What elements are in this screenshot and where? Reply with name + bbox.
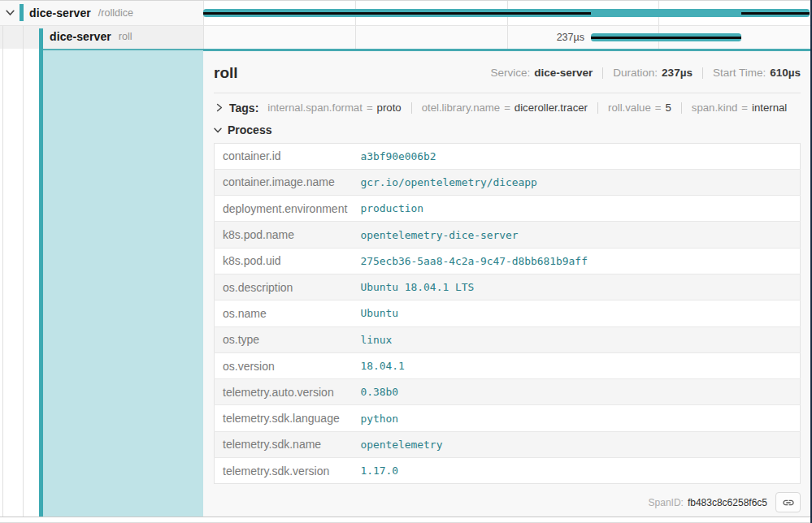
- vertical-divider: [602, 67, 603, 79]
- process-key: os.description: [215, 274, 353, 300]
- span-timeline-cell: 237µs: [203, 25, 810, 49]
- operation-name: roll: [119, 31, 132, 42]
- tag-key: span.kind: [692, 102, 737, 114]
- overview-value: dice-server: [534, 67, 593, 79]
- span-operation-title: roll: [214, 64, 490, 82]
- span-id-value: fb483c8c6258f6c5: [688, 497, 767, 508]
- detail-row-bottom-border: [0, 517, 812, 517]
- critical-path-segment: [591, 37, 741, 39]
- overview-label: Service:: [490, 67, 530, 79]
- chevron-down-icon: [214, 126, 222, 135]
- span-detail-panel: roll Service:dice-serverDuration:237µsSt…: [203, 49, 810, 517]
- chevron-right-icon: [215, 103, 224, 112]
- span-overview: Service:dice-serverDuration:237µsStart T…: [490, 67, 801, 79]
- span-row-roll: dice-server roll 237µs: [0, 25, 812, 49]
- row-separator: [0, 25, 812, 26]
- span-row-rolldice: dice-server /rolldice: [0, 1, 812, 25]
- service-color-bar: [39, 28, 43, 49]
- overview-label: Duration:: [613, 67, 658, 79]
- process-key: telemetry.sdk.language: [215, 405, 353, 431]
- process-value: 0.38b0: [353, 379, 801, 405]
- critical-path-segment: [203, 12, 591, 15]
- process-value: gcr.io/opentelemetry/diceapp: [353, 169, 801, 195]
- link-icon: [782, 496, 795, 509]
- tag-value: internal: [752, 102, 787, 114]
- process-table-row: os.version18.04.1: [215, 352, 801, 378]
- process-table-row: telemetry.sdk.version1.17.0: [215, 458, 801, 484]
- tags-summary: internal.span.format=protootel.library.n…: [267, 102, 787, 114]
- span-detail-header: roll Service:dice-serverDuration:237µsSt…: [214, 63, 801, 84]
- critical-path-segment: [741, 12, 810, 15]
- tag-key: internal.span.format: [267, 102, 363, 114]
- process-table-row: container.image.namegcr.io/opentelemetry…: [215, 169, 801, 195]
- process-key: telemetry.auto.version: [215, 379, 353, 405]
- overview-value: 237µs: [662, 67, 693, 79]
- span-name-column-rolldice[interactable]: dice-server /rolldice: [0, 1, 203, 25]
- process-key: telemetry.sdk.name: [215, 431, 353, 457]
- process-table-row: telemetry.sdk.nameopentelemetry: [215, 431, 801, 457]
- tags-label: Tags:: [229, 102, 258, 115]
- span-timeline-cell: [203, 1, 810, 25]
- process-key: container.image.name: [215, 169, 353, 195]
- process-key: k8s.pod.name: [215, 222, 353, 248]
- indent-guide: [23, 25, 24, 517]
- tag-key: roll.value: [608, 102, 651, 114]
- tags-accordion-header[interactable]: Tags: internal.span.format=protootel.lib…: [214, 100, 801, 116]
- process-table-row: deployment.environmentproduction: [215, 196, 801, 222]
- indent-guide: [2, 25, 3, 517]
- tag-equals: =: [655, 102, 662, 114]
- process-value: Ubuntu: [353, 300, 801, 326]
- span-id-label: SpanID:: [649, 497, 684, 508]
- tag-equals: =: [504, 102, 510, 114]
- header-divider: [214, 93, 801, 93]
- span-detail-accent-block[interactable]: [43, 49, 203, 517]
- process-table-row: telemetry.auto.version0.38b0: [215, 379, 801, 405]
- span-detail-accent-bar[interactable]: [39, 49, 43, 517]
- process-value: Ubuntu 18.04.1 LTS: [353, 274, 801, 300]
- process-value: python: [353, 405, 801, 431]
- process-key: telemetry.sdk.version: [215, 458, 353, 484]
- process-key: os.type: [215, 326, 353, 352]
- process-table-row: container.ida3bf90e006b2: [215, 143, 801, 169]
- process-value: a3bf90e006b2: [353, 143, 801, 169]
- vertical-divider: [702, 67, 703, 79]
- process-table-row: k8s.pod.nameopentelemetry-dice-server: [215, 222, 801, 248]
- process-key: os.version: [215, 352, 353, 378]
- service-name: dice-server: [50, 30, 111, 43]
- operation-name: /rolldice: [98, 7, 133, 19]
- service-name: dice-server: [29, 6, 91, 19]
- process-table-row: k8s.pod.uid275ecb36-5aa8-4c2a-9c47-d8bb6…: [215, 248, 801, 274]
- vertical-divider: [681, 102, 682, 114]
- vertical-divider: [411, 102, 412, 114]
- process-value: opentelemetry: [353, 431, 801, 457]
- service-color-bar: [20, 4, 24, 21]
- process-value: 1.17.0: [353, 458, 801, 484]
- deep-link-button[interactable]: [775, 492, 801, 512]
- process-key: container.id: [215, 143, 353, 169]
- tag-equals: =: [741, 102, 748, 114]
- process-value: 18.04.1: [353, 352, 801, 378]
- span-duration-label: 237µs: [203, 31, 584, 44]
- collapse-chevron-icon[interactable]: [6, 10, 15, 16]
- span-detail-footer: SpanID: fb483c8c6258f6c5: [214, 492, 801, 512]
- overview-value: 610µs: [770, 67, 801, 79]
- tag-equals: =: [367, 102, 373, 114]
- tag-value: 5: [666, 102, 671, 114]
- process-key: deployment.environment: [215, 196, 353, 222]
- tag-key: otel.library.name: [422, 102, 501, 114]
- process-table-row: telemetry.sdk.languagepython: [215, 405, 801, 431]
- jaeger-trace-timeline-view: dice-server /rolldice dice-server roll 2…: [0, 0, 812, 523]
- span-detail-row: roll Service:dice-serverDuration:237µsSt…: [0, 49, 812, 517]
- process-value: production: [353, 196, 801, 222]
- process-table-row: os.typelinux: [215, 326, 801, 352]
- overview-label: Start Time:: [713, 67, 766, 79]
- process-value: linux: [353, 326, 801, 352]
- process-key: os.name: [215, 300, 353, 326]
- tag-value: diceroller.tracer: [515, 102, 588, 114]
- process-table-row: os.descriptionUbuntu 18.04.1 LTS: [215, 274, 801, 300]
- process-label: Process: [228, 123, 271, 136]
- process-value: opentelemetry-dice-server: [353, 222, 801, 248]
- vertical-divider: [597, 102, 598, 114]
- process-accordion-header[interactable]: Process: [214, 123, 801, 137]
- span-name-column-roll[interactable]: dice-server roll: [0, 25, 203, 49]
